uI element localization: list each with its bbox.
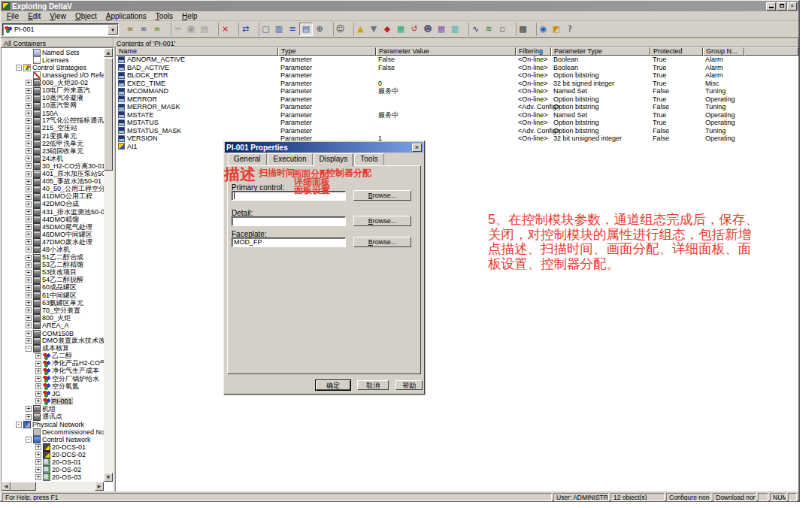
tune-button[interactable]: ≋ — [482, 23, 495, 36]
tree-expander[interactable]: + — [26, 406, 32, 412]
find-user-button[interactable]: ∞ — [123, 23, 137, 36]
tree-item[interactable]: + DMO装置废水技术改造 — [2, 337, 104, 345]
tree-item[interactable]: Decommissioned Nodes — [2, 428, 104, 436]
tree-item[interactable]: + 008_火炬20-02 — [2, 79, 104, 86]
MSTATUS[interactable]: MSTATUS Parameter <On-line> Option bitst… — [116, 119, 798, 127]
copy-button[interactable]: ▣ — [184, 23, 198, 36]
scroll-right-arrow[interactable]: ▶ — [95, 482, 104, 491]
tree-item[interactable]: + 63氨罐区单元 — [2, 299, 104, 307]
tree-expander[interactable]: + — [26, 125, 32, 132]
context-help-button[interactable]: ? — [563, 23, 577, 36]
tree-expander[interactable]: + — [26, 231, 32, 237]
MERROR_MASK[interactable]: MERROR_MASK Parameter <Adv. Config> Opti… — [116, 103, 798, 111]
primary-control-browse-button[interactable]: Browse... — [353, 190, 411, 201]
grid-button[interactable]: ▥ — [448, 23, 462, 36]
tree-item[interactable]: + 30_H2-CO分离30-01 — [2, 162, 104, 170]
tree-expander[interactable]: + — [26, 179, 32, 185]
column-header[interactable]: Name — [116, 47, 278, 56]
tree-item[interactable]: + 53技改项目 — [2, 269, 104, 277]
tree-expander[interactable]: + — [26, 110, 32, 116]
tab-displays[interactable]: Displays — [314, 153, 354, 167]
minimize-button[interactable] — [766, 2, 776, 11]
tree-expander[interactable]: + — [26, 246, 32, 252]
tree-expander[interactable]: + — [35, 361, 41, 367]
tree-expander[interactable]: + — [26, 262, 32, 268]
tree-item[interactable]: + 53乙二醇精馏 — [2, 262, 104, 269]
menu-applications[interactable]: Applications — [102, 12, 151, 20]
column-header[interactable]: Protected — [650, 47, 703, 56]
tree-item[interactable]: + 44DMO精馏 — [2, 216, 104, 223]
scroll-thumb-horizontal[interactable] — [11, 482, 36, 491]
scroll-left-arrow[interactable]: ◀ — [2, 482, 11, 491]
tree-item[interactable]: + 150A — [2, 110, 104, 117]
menu-tools[interactable]: Tools — [151, 12, 177, 20]
tree-item[interactable]: + 20-DCS-02 — [2, 451, 104, 458]
tree-expander[interactable]: + — [35, 467, 41, 473]
tree-expander[interactable]: + — [26, 133, 32, 139]
BLOCK_ERR[interactable]: BLOCK_ERR Parameter <On-line> Option bit… — [116, 71, 798, 80]
menu-edit[interactable]: Edit — [23, 12, 45, 20]
combobox-dropdown-arrow[interactable]: ▼ — [108, 25, 118, 35]
paste-button[interactable]: ▤ — [198, 23, 211, 36]
tree-item[interactable]: + 215_空压站 — [2, 125, 104, 132]
tree-item[interactable]: + 60成品罐区 — [2, 284, 104, 292]
tree-expander[interactable]: + — [35, 376, 41, 382]
faceplate-input[interactable]: MOD_FP — [232, 237, 346, 247]
tree-item[interactable]: + 800_火炬 — [2, 314, 104, 322]
books-online-button[interactable]: ◩ — [550, 23, 563, 36]
detail-input[interactable] — [232, 216, 346, 226]
download-tool-button[interactable]: ▼ — [367, 23, 380, 36]
tree-expander[interactable]: + — [26, 414, 32, 420]
tree-item[interactable]: - Physical Network — [2, 421, 104, 428]
tree-item[interactable]: + 20-DCS-01 — [2, 443, 104, 451]
web-button[interactable]: ◉ — [536, 23, 550, 36]
tree-item[interactable]: + COM150B — [2, 329, 104, 337]
tree-expander[interactable]: + — [26, 300, 32, 306]
tree-expander[interactable]: + — [26, 270, 32, 276]
view-large-icons-button[interactable]: ▢ — [259, 23, 272, 36]
MCOMMAND[interactable]: MCOMMAND Parameter 服务中 <On-line> Named S… — [116, 87, 798, 95]
tree-expander[interactable]: + — [26, 163, 32, 169]
table-button[interactable]: ▦ — [435, 23, 448, 36]
tree-expander[interactable]: - — [26, 346, 32, 352]
scroll-up-arrow[interactable]: ▲ — [104, 48, 113, 57]
tree-item[interactable]: + 41DMO公用工程 — [2, 193, 104, 201]
view-small-icons-button[interactable]: ▥ — [272, 23, 286, 36]
tree-expander[interactable]: + — [35, 368, 41, 374]
tree-item-pi-001[interactable]: + PI-001 — [2, 398, 104, 405]
tree-item[interactable]: Licenses — [2, 56, 104, 64]
menu-file[interactable]: File — [2, 12, 23, 20]
tree-item[interactable]: + 40_50_公用工程空分部分 — [2, 186, 104, 193]
tree-expander[interactable]: + — [26, 148, 32, 154]
tree-item[interactable]: + 17气化公控指标通讯点 — [2, 117, 104, 125]
tree-expander[interactable]: + — [35, 353, 41, 359]
tree-item[interactable]: + 42DMO合成 — [2, 201, 104, 208]
tree-item[interactable]: + 净化气生产成本 — [2, 367, 104, 375]
tree-item[interactable]: Named Sets — [2, 49, 104, 56]
AI1[interactable]: AI1 — [116, 143, 798, 151]
menu-object[interactable]: Object — [71, 12, 102, 20]
column-header[interactable] — [744, 47, 798, 56]
VERSION[interactable]: VERSION Parameter 1 <On-line> 32 bit uns… — [116, 135, 798, 143]
tree-expander[interactable]: + — [26, 307, 32, 313]
tree-item[interactable]: - Control Strategies — [2, 64, 104, 71]
tree-expander[interactable]: + — [35, 391, 41, 397]
view-details-button[interactable]: ▤ — [299, 23, 313, 36]
tree-expander[interactable]: + — [35, 398, 41, 404]
MSTATUS_MASK[interactable]: MSTATUS_MASK Parameter <Adv. Config> Opt… — [116, 127, 798, 135]
tree-expander[interactable]: + — [26, 322, 32, 328]
tree-item[interactable]: + 61中间罐区 — [2, 292, 104, 299]
undo-button[interactable]: ↺ — [408, 23, 421, 36]
tree-expander[interactable]: + — [26, 331, 32, 337]
tree-expander[interactable]: + — [26, 255, 32, 261]
help-button[interactable]: 帮助 — [395, 380, 423, 390]
tree-expander[interactable]: + — [26, 216, 32, 222]
tree-item[interactable]: + JG — [2, 390, 104, 398]
history-button[interactable]: ▩ — [516, 23, 529, 36]
tree-expander[interactable]: + — [35, 444, 41, 450]
object-combobox[interactable]: PI-001 ▼ — [2, 23, 119, 36]
tree-item[interactable]: + 22低甲洗单元 — [2, 140, 104, 147]
tree-item[interactable]: + AREA_A — [2, 322, 104, 329]
tree-item[interactable]: Unassigned I/O References — [2, 71, 104, 79]
cancel-button[interactable]: 取消 — [357, 380, 389, 390]
